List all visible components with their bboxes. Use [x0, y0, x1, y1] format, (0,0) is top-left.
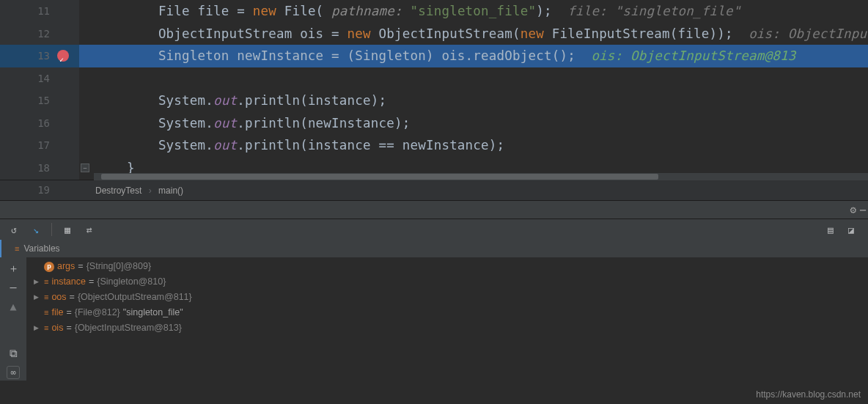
gear-icon[interactable]: ⚙: [850, 204, 856, 216]
variable-name: args: [57, 259, 75, 274]
gutter-line[interactable]: 11: [0, 0, 79, 23]
variable-name: file: [51, 305, 63, 320]
object-icon: ≡: [44, 320, 48, 336]
variable-row[interactable]: p args = {String[0]@809}: [26, 259, 868, 274]
equals-sign: =: [66, 305, 71, 320]
debug-toolbar: ⚙ −: [0, 200, 868, 219]
variable-value: {String[0]@809}: [87, 259, 151, 274]
variable-string-value: "singleton_file": [123, 305, 183, 320]
breakpoint-icon[interactable]: [57, 50, 69, 62]
show-watches-icon[interactable]: ∞: [7, 366, 20, 379]
variables-menu-icon[interactable]: ≡: [15, 240, 19, 257]
watermark: https://kaven.blog.csdn.net: [756, 389, 861, 400]
variables-panel-header[interactable]: ≡ Variables: [0, 240, 868, 257]
remove-watch-icon[interactable]: —: [7, 281, 20, 294]
equals-sign: =: [78, 259, 83, 274]
duplicate-icon[interactable]: ⧉: [7, 347, 20, 360]
equals-sign: =: [70, 290, 75, 305]
code-line[interactable]: ObjectInputStream ois = new ObjectInputS…: [79, 23, 868, 45]
variable-name: ois: [51, 320, 63, 336]
expand-arrow-icon[interactable]: ▶: [34, 274, 41, 290]
gutter-line[interactable]: 15: [0, 89, 79, 112]
variable-value: {Singleton@810}: [97, 274, 166, 290]
gutter-line-current[interactable]: 13: [0, 45, 79, 67]
breadcrumb-separator: ›: [149, 186, 152, 196]
variables-title: Variables: [23, 240, 59, 257]
variable-row[interactable]: ≡ file = {File@812} "singleton_file": [26, 305, 868, 320]
gutter-line[interactable]: 16: [0, 112, 79, 135]
variable-value: {ObjectOutputStream@811}: [78, 290, 192, 305]
toolbar-separator: [51, 223, 52, 236]
spacer: [7, 319, 20, 341]
editor-area: 11 12 13 14 15 16 17 18 − 19 File file =…: [0, 0, 868, 180]
equals-sign: =: [89, 274, 94, 290]
code-line[interactable]: [79, 67, 868, 90]
gutter-line[interactable]: 19: [0, 179, 79, 202]
equals-sign: =: [66, 320, 71, 336]
object-icon: ≡: [44, 290, 48, 305]
debug-step-toolbar: ↺ ↘ ▦ ⇄ ▤ ◪: [0, 219, 868, 240]
object-icon: ≡: [44, 274, 48, 290]
memory-icon[interactable]: ◪: [845, 223, 858, 236]
variable-value: {ObjectInputStream@813}: [75, 320, 182, 336]
code-line[interactable]: File file = new File( pathname: "singlet…: [79, 0, 868, 23]
code-area[interactable]: File file = new File( pathname: "singlet…: [79, 0, 868, 180]
scrollbar-thumb[interactable]: [101, 174, 658, 180]
code-line[interactable]: System.out.println(instance == newInstan…: [79, 134, 868, 157]
horizontal-scrollbar[interactable]: [94, 173, 868, 180]
expand-arrow-icon[interactable]: ▶: [34, 290, 41, 305]
debug-sidebar: ＋ — ▲ ⧉ ∞: [0, 257, 26, 381]
gutter-line[interactable]: 17: [0, 134, 79, 157]
breadcrumb-class[interactable]: DestroyTest: [95, 186, 141, 196]
variables-tree[interactable]: p args = {String[0]@809} ▶ ≡ instance = …: [26, 257, 868, 381]
breadcrumb[interactable]: DestroyTest › main(): [0, 180, 868, 200]
move-up-icon[interactable]: ▲: [7, 300, 20, 313]
breadcrumb-method[interactable]: main(): [158, 186, 183, 196]
minimize-icon[interactable]: −: [859, 203, 867, 217]
code-line-current[interactable]: Singleton newInstance = (Singleton) ois.…: [79, 45, 868, 67]
debug-body: ＋ — ▲ ⧉ ∞ p args = {String[0]@809} ▶ ≡ i…: [0, 257, 868, 381]
code-line[interactable]: System.out.println(instance);: [79, 89, 868, 112]
parameter-icon: p: [44, 262, 54, 272]
variable-row[interactable]: ▶ ≡ ois = {ObjectInputStream@813}: [26, 320, 868, 336]
restart-frame-icon[interactable]: ↺: [7, 223, 21, 236]
gutter-line[interactable]: 18 −: [0, 157, 79, 180]
variable-name: oos: [51, 290, 66, 305]
gutter-line[interactable]: 12: [0, 23, 79, 45]
expand-arrow-icon[interactable]: ▶: [34, 320, 41, 336]
object-icon: ≡: [44, 305, 48, 320]
add-watch-icon[interactable]: ＋: [7, 262, 20, 275]
code-line[interactable]: System.out.println(newInstance);: [79, 112, 868, 135]
evaluate-icon[interactable]: ⇄: [83, 223, 96, 236]
variable-value: {File@812}: [75, 305, 120, 320]
show-execution-point-icon[interactable]: ↘: [29, 223, 43, 236]
gutter: 11 12 13 14 15 16 17 18 − 19: [0, 0, 79, 180]
variable-row[interactable]: ▶ ≡ instance = {Singleton@810}: [26, 274, 868, 290]
threads-icon[interactable]: ▤: [824, 223, 837, 236]
variable-name: instance: [51, 274, 86, 290]
gutter-line[interactable]: 14: [0, 67, 79, 90]
calculator-icon[interactable]: ▦: [61, 223, 74, 236]
variable-row[interactable]: ▶ ≡ oos = {ObjectOutputStream@811}: [26, 290, 868, 305]
